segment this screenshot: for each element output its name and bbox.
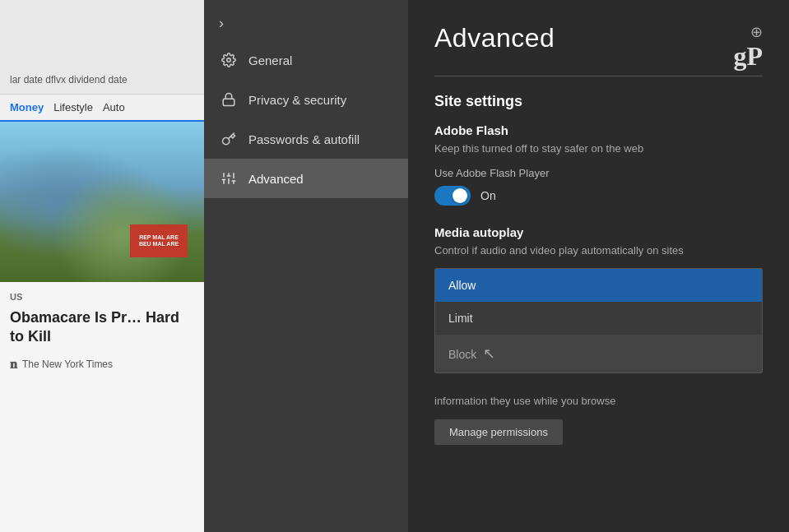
gear-icon — [220, 52, 237, 68]
settings-logo: ⊕ gP — [733, 23, 763, 69]
toggle-knob — [453, 188, 467, 203]
article-sign: REP MAL AREBEU MAL ARE — [130, 224, 188, 257]
toggle-on-label: On — [480, 189, 496, 202]
browser-top: lar date dflvx dividend date — [0, 0, 204, 95]
sidebar-item-privacy[interactable]: Privacy & security — [204, 80, 408, 119]
sidebar-item-advanced-label: Advanced — [248, 172, 304, 186]
gp-logo: gP — [733, 43, 763, 69]
adobe-flash-toggle-row: Use Adobe Flash Player — [434, 167, 763, 179]
nyt-logo-icon: 𝐧 — [10, 357, 17, 372]
nav-item-lifestyle[interactable]: Lifestyle — [53, 101, 93, 113]
browser-search-text: lar date dflvx dividend date — [10, 73, 128, 87]
cursor-icon: ↖ — [483, 345, 495, 363]
browser-article: REP MAL AREBEU MAL ARE US Obamacare Is P… — [0, 122, 204, 375]
settings-divider — [434, 76, 763, 76]
svg-point-0 — [227, 58, 231, 62]
media-autoplay-description: Control if audio and video play automati… — [434, 243, 763, 259]
article-category: US — [0, 282, 204, 305]
sliders-icon — [220, 170, 237, 187]
sidebar-item-passwords-label: Passwords & autofill — [248, 132, 360, 146]
browser-nav: Money Lifestyle Auto — [0, 95, 204, 122]
lock-icon — [220, 91, 237, 108]
browser-content: lar date dflvx dividend date Money Lifes… — [0, 0, 204, 532]
toggle-container: On — [434, 186, 763, 206]
svg-rect-1 — [223, 99, 234, 105]
manage-permissions-button[interactable]: Manage permissions — [434, 419, 563, 445]
media-autoplay-section: Media autoplay Control if audio and vide… — [434, 225, 763, 374]
adobe-flash-title: Adobe Flash — [434, 123, 763, 137]
sidebar-back-chevron[interactable]: › — [204, 7, 408, 40]
article-image: REP MAL AREBEU MAL ARE — [0, 122, 204, 282]
dropdown-option-allow[interactable]: Allow — [435, 269, 762, 302]
dropdown-option-limit[interactable]: Limit — [435, 302, 762, 335]
pin-icon: ⊕ — [750, 23, 763, 41]
partial-text: information they use while you browse — [434, 393, 763, 409]
article-source: 𝐧 The New York Times — [0, 354, 204, 375]
nav-item-auto[interactable]: Auto — [103, 101, 125, 113]
autoplay-dropdown: Allow Limit Block ↖ — [434, 268, 763, 373]
article-title: Obamacare Is Pr… Hard to Kill — [0, 305, 204, 354]
media-autoplay-title: Media autoplay — [434, 225, 763, 239]
adobe-flash-toggle[interactable] — [434, 186, 471, 206]
settings-title: Advanced — [434, 23, 555, 53]
dropdown-option-block[interactable]: Block ↖ — [435, 335, 762, 372]
sidebar-item-general-label: General — [248, 53, 292, 67]
sidebar-item-general[interactable]: General — [204, 40, 408, 80]
settings-header: Advanced ⊕ gP — [434, 23, 763, 69]
key-icon — [220, 131, 237, 147]
sidebar-menu: › General Privacy & security Passwords &… — [204, 0, 408, 532]
adobe-flash-section: Adobe Flash Keep this turned off to stay… — [434, 123, 763, 206]
settings-panel: Advanced ⊕ gP Site settings Adobe Flash … — [408, 0, 789, 532]
sidebar-item-advanced[interactable]: Advanced — [204, 159, 408, 198]
site-settings-label: Site settings — [434, 93, 763, 110]
sidebar-item-passwords[interactable]: Passwords & autofill — [204, 119, 408, 159]
use-adobe-flash-label: Use Adobe Flash Player — [434, 167, 549, 179]
sidebar-item-privacy-label: Privacy & security — [248, 93, 346, 107]
adobe-flash-description: Keep this turned off to stay safer on th… — [434, 141, 763, 157]
nav-item-money[interactable]: Money — [10, 101, 44, 122]
